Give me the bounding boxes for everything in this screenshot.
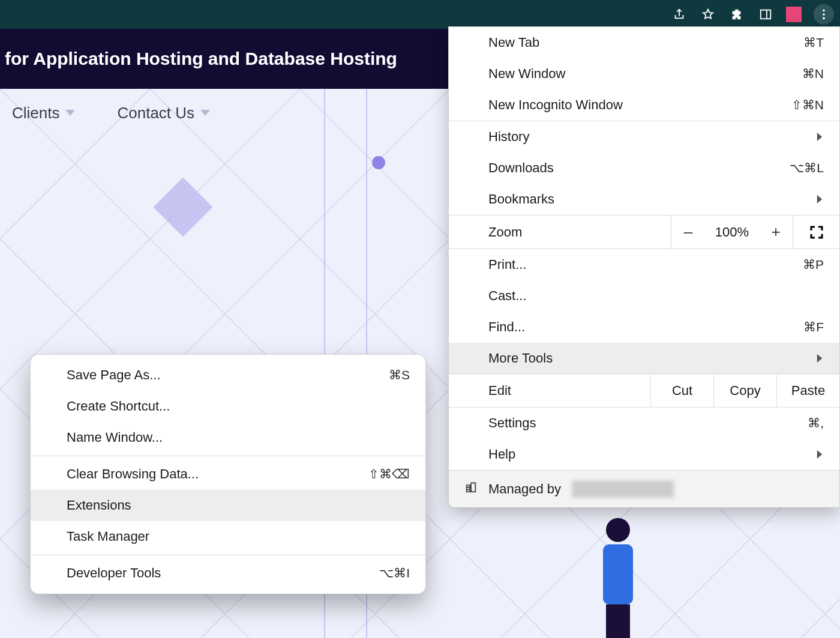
menu-label: More Tools <box>488 351 815 366</box>
menu-label: Help <box>488 447 815 462</box>
chrome-main-menu: New Tab ⌘T New Window ⌘N New Incognito W… <box>448 26 840 508</box>
menu-label: Downloads <box>488 160 790 176</box>
submenu-task-manager[interactable]: Task Manager <box>31 521 425 552</box>
menu-shortcut: ⌘P <box>803 257 824 272</box>
menu-shortcut: ⌘, <box>808 416 824 430</box>
edit-paste-button[interactable]: Paste <box>776 375 839 407</box>
sidepanel-icon[interactable] <box>757 6 774 23</box>
menu-shortcut: ⌘F <box>803 320 824 334</box>
menu-label: Bookmarks <box>488 191 815 207</box>
decor-dot <box>372 156 385 169</box>
edit-cut-button[interactable]: Cut <box>650 375 713 407</box>
menu-shortcut: ⇧⌘N <box>791 98 824 112</box>
menu-label: New Incognito Window <box>488 97 791 113</box>
svg-point-2 <box>823 10 825 12</box>
svg-point-3 <box>823 13 825 16</box>
menu-shortcut: ⇧⌘⌫ <box>368 467 410 481</box>
menu-label: Task Manager <box>67 529 410 544</box>
menu-shortcut: ⌘S <box>389 368 410 382</box>
chevron-right-icon <box>815 191 824 207</box>
menu-label: Save Page As... <box>67 367 389 383</box>
menu-downloads[interactable]: Downloads ⌥⌘L <box>449 152 839 184</box>
menu-print[interactable]: Print... ⌘P <box>449 249 839 280</box>
menu-zoom-row: Zoom – 100% + <box>449 215 839 248</box>
menu-label: Clear Browsing Data... <box>67 466 368 482</box>
menu-label: Find... <box>488 319 803 335</box>
menu-label: Zoom <box>449 215 671 248</box>
submenu-developer-tools[interactable]: Developer Tools ⌥⌘I <box>31 558 425 589</box>
nav-label: Contact Us <box>117 104 194 122</box>
star-icon[interactable] <box>700 6 716 23</box>
nav-clients[interactable]: Clients <box>12 104 75 122</box>
zoom-in-button[interactable]: + <box>759 223 793 241</box>
menu-new-window[interactable]: New Window ⌘N <box>449 58 839 89</box>
edit-copy-button[interactable]: Copy <box>713 375 776 407</box>
menu-label: Create Shortcut... <box>67 399 410 414</box>
profile-avatar[interactable] <box>786 7 802 22</box>
menu-separator <box>31 456 425 456</box>
menu-label: Cast... <box>488 288 824 304</box>
menu-label: New Window <box>488 66 802 82</box>
share-icon[interactable] <box>671 6 688 23</box>
menu-shortcut: ⌘T <box>803 35 824 50</box>
menu-managed-by[interactable]: Managed by <box>449 470 839 507</box>
menu-label: Settings <box>488 415 808 431</box>
menu-label: Edit <box>449 375 650 407</box>
managed-prefix: Managed by <box>488 481 561 497</box>
chevron-right-icon <box>815 129 824 145</box>
banner-text: for Application Hosting and Database Hos… <box>5 49 397 69</box>
menu-label: New Tab <box>488 35 803 50</box>
menu-settings[interactable]: Settings ⌘, <box>449 408 839 439</box>
menu-new-tab[interactable]: New Tab ⌘T <box>449 27 839 58</box>
submenu-extensions[interactable]: Extensions <box>31 490 425 521</box>
menu-shortcut: ⌘N <box>802 67 824 81</box>
menu-cast[interactable]: Cast... <box>449 280 839 311</box>
menu-more-tools[interactable]: More Tools <box>449 343 839 374</box>
chevron-down-icon <box>65 110 75 116</box>
extensions-icon[interactable] <box>728 6 745 23</box>
menu-label: History <box>488 129 815 145</box>
nav-contact-us[interactable]: Contact Us <box>117 104 210 122</box>
menu-label: Name Window... <box>67 430 410 445</box>
submenu-clear-browsing-data[interactable]: Clear Browsing Data... ⇧⌘⌫ <box>31 459 425 490</box>
menu-separator <box>31 555 425 555</box>
menu-label: Print... <box>488 257 803 272</box>
menu-help[interactable]: Help <box>449 439 839 470</box>
chevron-right-icon <box>815 447 824 462</box>
svg-point-4 <box>823 17 825 20</box>
menu-shortcut: ⌥⌘L <box>790 161 824 175</box>
browser-toolbar <box>0 0 840 29</box>
submenu-save-page-as[interactable]: Save Page As... ⌘S <box>31 360 425 391</box>
building-icon <box>464 481 478 498</box>
fullscreen-button[interactable] <box>793 215 839 248</box>
chevron-down-icon <box>200 110 210 116</box>
menu-history[interactable]: History <box>449 121 839 152</box>
menu-find[interactable]: Find... ⌘F <box>449 311 839 343</box>
menu-label: Developer Tools <box>67 565 379 581</box>
menu-shortcut: ⌥⌘I <box>379 566 410 580</box>
menu-bookmarks[interactable]: Bookmarks <box>449 184 839 215</box>
more-tools-submenu: Save Page As... ⌘S Create Shortcut... Na… <box>30 354 426 594</box>
menu-new-incognito[interactable]: New Incognito Window ⇧⌘N <box>449 89 839 121</box>
zoom-value: 100% <box>705 224 759 240</box>
submenu-name-window[interactable]: Name Window... <box>31 422 425 453</box>
menu-label: Extensions <box>67 498 410 513</box>
managed-org-redacted <box>572 481 674 498</box>
submenu-create-shortcut[interactable]: Create Shortcut... <box>31 391 425 422</box>
svg-rect-0 <box>761 10 771 19</box>
nav-label: Clients <box>12 104 59 122</box>
illustration-person <box>588 518 648 638</box>
chevron-right-icon <box>815 351 824 366</box>
menu-edit-row: Edit Cut Copy Paste <box>449 374 839 408</box>
chrome-menu-button[interactable] <box>814 4 834 25</box>
zoom-out-button[interactable]: – <box>671 223 705 241</box>
